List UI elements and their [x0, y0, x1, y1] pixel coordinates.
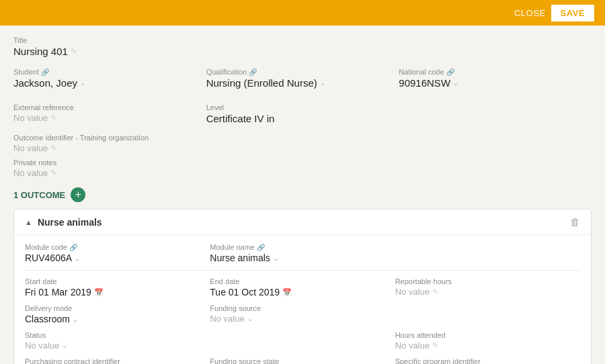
- funding-source-field: Funding source No value ⌄: [210, 304, 395, 324]
- start-date-label: Start date: [25, 277, 210, 285]
- national-code-chevron-icon[interactable]: ⌄: [453, 79, 458, 87]
- outcome-identifier-field: Outcome identifier - Training organizati…: [13, 134, 592, 153]
- module-name-chevron-icon[interactable]: ⌄: [273, 255, 278, 262]
- end-date-field: End date Tue 01 Oct 2019 📅: [210, 277, 395, 298]
- delivery-mode-value: Classroom ⌄: [25, 314, 210, 324]
- external-ref-field: External reference No value ✎: [13, 99, 206, 128]
- purchasing-contract-field: Purchasing contract identifier No value …: [25, 357, 210, 364]
- external-ref-label: External reference: [13, 103, 201, 111]
- top-bar: CLOSE SAVE: [0, 0, 605, 26]
- reportable-hours-value: No value ✎: [395, 287, 580, 297]
- national-code-value: 90916NSW ⌄: [399, 77, 586, 89]
- status-field: Status No value ⌄: [25, 331, 210, 351]
- qualification-field: Qualification 🔗 Nursing (Enrolled Nurse)…: [206, 64, 399, 93]
- title-label: Title: [13, 36, 592, 44]
- add-outcome-button[interactable]: +: [71, 187, 85, 202]
- funding-source-label: Funding source: [210, 304, 395, 312]
- outcome-card-body: Module code 🔗 RUV4606A ⌄ Module name 🔗 N: [14, 235, 591, 364]
- start-date-cal-icon[interactable]: 📅: [94, 288, 104, 297]
- title-section: Title Nursing 401 ✎: [13, 36, 592, 57]
- status-label: Status: [25, 331, 210, 339]
- outcome-count-label: 1 OUTCOME: [13, 190, 65, 200]
- delete-outcome-icon[interactable]: 🗑: [570, 216, 580, 228]
- hours-attended-label: Hours attended: [395, 331, 580, 339]
- private-notes-field: Private notes No value ✎: [13, 158, 592, 178]
- module-code-label: Module code: [25, 243, 67, 251]
- private-notes-edit-icon[interactable]: ✎: [50, 169, 56, 177]
- qualification-value: Nursing (Enrolled Nurse) ⌄: [206, 77, 394, 89]
- external-ref-value: No value ✎: [13, 113, 201, 123]
- qualification-chevron-icon[interactable]: ⌄: [320, 79, 325, 87]
- save-button[interactable]: SAVE: [551, 5, 594, 21]
- title-edit-icon[interactable]: ✎: [71, 47, 77, 56]
- module-name-label: Module name: [210, 243, 255, 251]
- private-notes-value: No value ✎: [13, 168, 592, 178]
- end-date-label: End date: [210, 277, 395, 285]
- outcome-identifier-label: Outcome identifier - Training organizati…: [13, 134, 592, 142]
- delivery-mode-chevron-icon[interactable]: ⌄: [73, 316, 78, 323]
- divider1: [25, 270, 580, 271]
- student-value: Jackson, Joey ⌄: [13, 77, 201, 89]
- outcome-header: 1 OUTCOME +: [13, 187, 592, 202]
- main-content: Title Nursing 401 ✎ Student 🔗 Jackson, J…: [0, 26, 605, 364]
- level-label: Level: [206, 103, 394, 111]
- hours-attended-edit-icon[interactable]: ✎: [432, 341, 438, 350]
- title-value: Nursing 401 ✎: [13, 46, 592, 57]
- purchasing-contract-label: Purchasing contract identifier: [25, 357, 210, 364]
- external-ref-edit-icon[interactable]: ✎: [50, 113, 56, 122]
- outcome-identifier-edit-icon[interactable]: ✎: [50, 144, 56, 152]
- qualification-ext-link-icon[interactable]: 🔗: [249, 69, 257, 76]
- funding-source-state-label: Funding source state: [210, 357, 395, 364]
- outcome-card: ▲ Nurse animals 🗑 Module code 🔗 RUV4606A…: [13, 209, 592, 364]
- reportable-hours-field: Reportable hours No value ✎: [395, 277, 580, 298]
- start-date-value: Fri 01 Mar 2019 📅: [25, 287, 210, 298]
- national-code-ext-link-icon[interactable]: 🔗: [446, 69, 454, 76]
- funding-source-chevron-icon[interactable]: ⌄: [247, 315, 253, 322]
- hours-attended-value: No value ✎: [395, 340, 580, 351]
- outcome-identifier-value: No value ✎: [13, 143, 592, 153]
- status-chevron-icon[interactable]: ⌄: [62, 342, 67, 349]
- outcome-card-title: ▲ Nurse animals: [25, 217, 102, 228]
- end-date-cal-icon[interactable]: 📅: [282, 288, 292, 297]
- outcome-title-text: Nurse animals: [38, 217, 102, 228]
- module-code-ext-link-icon[interactable]: 🔗: [69, 244, 77, 251]
- level-field: Level Certificate IV in: [206, 99, 399, 128]
- hours-attended-field: Hours attended No value ✎: [395, 331, 580, 351]
- private-notes-label: Private notes: [13, 158, 592, 167]
- module-code-value: RUV4606A ⌄: [25, 253, 210, 263]
- funding-source-state-field: Funding source state No value ✎: [210, 357, 395, 364]
- module-code-field: Module code 🔗 RUV4606A ⌄: [25, 243, 210, 263]
- national-code-label: National code: [399, 68, 444, 76]
- collapse-icon[interactable]: ▲: [25, 218, 32, 226]
- student-ext-link-icon[interactable]: 🔗: [41, 69, 49, 76]
- module-name-value: Nurse animals ⌄: [210, 253, 395, 263]
- module-code-chevron-icon[interactable]: ⌄: [75, 255, 80, 262]
- specific-program-field: Specific program identifier No value ✎: [395, 357, 580, 364]
- student-chevron-icon[interactable]: ⌄: [80, 79, 85, 87]
- qualification-label: Qualification: [206, 68, 247, 76]
- close-button[interactable]: CLOSE: [514, 8, 546, 18]
- delivery-mode-label: Delivery mode: [25, 304, 210, 312]
- reportable-hours-edit-icon[interactable]: ✎: [432, 287, 438, 296]
- specific-program-label: Specific program identifier: [395, 357, 580, 364]
- status-value: No value ⌄: [25, 340, 210, 351]
- student-field: Student 🔗 Jackson, Joey ⌄: [13, 64, 206, 93]
- student-label: Student: [13, 68, 39, 76]
- delivery-mode-field: Delivery mode Classroom ⌄: [25, 304, 210, 324]
- funding-source-value: No value ⌄: [210, 314, 395, 324]
- module-name-field: Module name 🔗 Nurse animals ⌄: [210, 243, 395, 263]
- module-name-ext-link-icon[interactable]: 🔗: [257, 244, 265, 251]
- start-date-field: Start date Fri 01 Mar 2019 📅: [25, 277, 210, 298]
- outcome-card-header: ▲ Nurse animals 🗑: [14, 210, 591, 235]
- reportable-hours-label: Reportable hours: [395, 277, 580, 285]
- national-code-field: National code 🔗 90916NSW ⌄: [399, 64, 592, 93]
- end-date-value: Tue 01 Oct 2019 📅: [210, 287, 395, 298]
- level-value: Certificate IV in: [206, 113, 394, 124]
